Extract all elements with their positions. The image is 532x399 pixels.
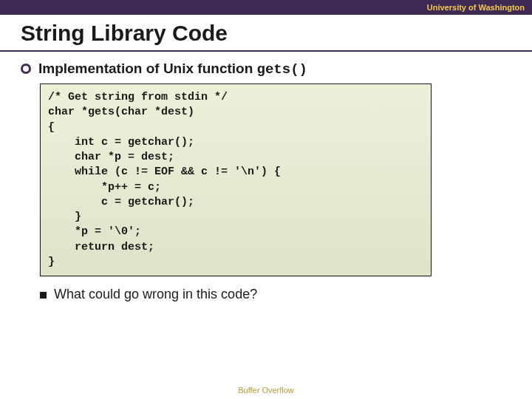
header-institution: University of Washington <box>427 3 525 12</box>
bullet1-prefix: Implementation of Unix function <box>38 61 257 76</box>
title-area: String Library Code <box>0 15 532 52</box>
slide-title: String Library Code <box>21 21 511 46</box>
code-block: /* Get string from stdin */ char *gets(c… <box>40 83 432 276</box>
bullet1-code-token: gets() <box>257 61 307 78</box>
footer-label: Buffer Overflow <box>0 386 532 395</box>
circle-bullet-icon <box>21 64 31 74</box>
square-bullet-icon <box>40 292 47 299</box>
bullet-level-2: What could go wrong in this code? <box>40 287 511 302</box>
bullet1-text: Implementation of Unix function gets() <box>38 61 307 78</box>
header-bar: University of Washington <box>0 0 532 15</box>
bullet-level-1: Implementation of Unix function gets() <box>21 61 511 78</box>
content-area: Implementation of Unix function gets() /… <box>0 52 532 302</box>
bullet2-text: What could go wrong in this code? <box>54 287 257 302</box>
